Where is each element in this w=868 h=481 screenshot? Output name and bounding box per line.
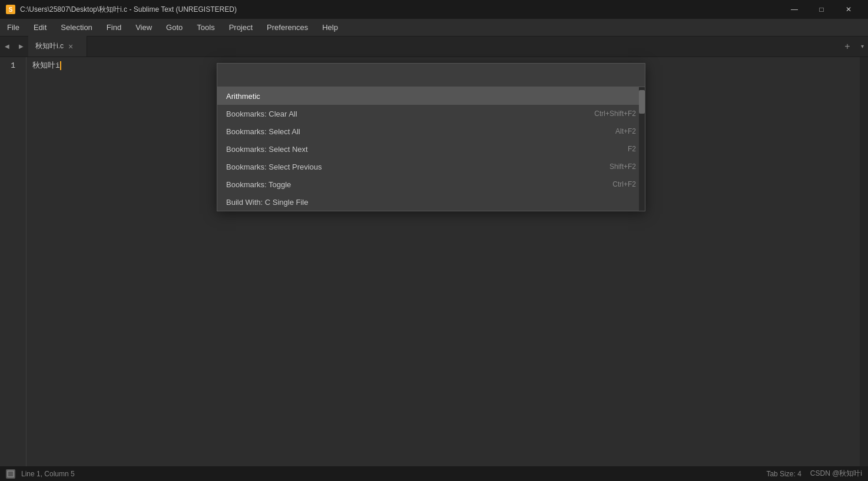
command-item-shortcut: Shift+F2 — [609, 162, 636, 171]
command-item-build-with[interactable]: Build With: C Single File — [217, 193, 645, 211]
line-number-1: 1 — [0, 60, 20, 72]
command-item-label: Build With: C Single File — [226, 198, 308, 207]
menu-edit[interactable]: Edit — [26, 19, 54, 36]
command-palette[interactable]: Arithmetic Bookmarks: Clear All Ctrl+Shi… — [217, 63, 645, 211]
command-item-arithmetic[interactable]: Arithmetic — [217, 87, 645, 105]
maximize-button[interactable]: □ — [808, 0, 835, 19]
command-item-label: Bookmarks: Toggle — [226, 180, 291, 189]
menu-tools[interactable]: Tools — [190, 19, 221, 36]
menu-find[interactable]: Find — [100, 19, 128, 36]
menu-file[interactable]: File — [0, 19, 26, 36]
tab-label: 秋知叶i.c — [35, 41, 64, 51]
code-text: 秋知叶i — [32, 61, 60, 70]
status-square-icon — [7, 470, 14, 477]
cursor — [60, 61, 61, 70]
command-item-label: Arithmetic — [226, 92, 260, 101]
tab-add-button[interactable]: + — [839, 36, 856, 57]
command-item-shortcut: Ctrl+F2 — [612, 180, 636, 188]
status-encoding: CSDN @秋知叶i — [810, 469, 862, 479]
command-list: Arithmetic Bookmarks: Clear All Ctrl+Shi… — [217, 87, 645, 211]
command-item-shortcut: Alt+F2 — [615, 127, 636, 135]
command-list-container: Arithmetic Bookmarks: Clear All Ctrl+Shi… — [217, 87, 645, 211]
dropdown-scrollbar-thumb — [639, 90, 645, 114]
status-tab-size: Tab Size: 4 — [766, 470, 801, 478]
command-item-bookmarks-select-next[interactable]: Bookmarks: Select Next F2 — [217, 140, 645, 158]
command-item-bookmarks-clear[interactable]: Bookmarks: Clear All Ctrl+Shift+F2 — [217, 105, 645, 122]
command-item-shortcut: Ctrl+Shift+F2 — [594, 110, 636, 118]
menu-project[interactable]: Project — [222, 19, 260, 36]
tab-dropdown-button[interactable]: ▾ — [856, 36, 868, 57]
tab-close-button[interactable]: × — [68, 42, 73, 51]
command-item-label: Bookmarks: Select Previous — [226, 162, 322, 171]
line-numbers: 1 — [0, 57, 26, 466]
statusbar-right: Tab Size: 4 CSDN @秋知叶i — [766, 469, 862, 479]
command-input-area[interactable] — [217, 64, 645, 87]
menu-goto[interactable]: Goto — [159, 19, 190, 36]
menu-help[interactable]: Help — [315, 19, 345, 36]
menu-preferences[interactable]: Preferences — [260, 19, 315, 36]
main-area: 1 秋知叶i Arithmetic Bookmarks: Clear All C… — [0, 57, 868, 466]
app-icon: S — [6, 5, 15, 14]
minimize-button[interactable]: — — [781, 0, 808, 19]
dropdown-scrollbar[interactable] — [639, 87, 645, 211]
tab-prev-button[interactable]: ◀ — [0, 36, 14, 57]
command-item-bookmarks-select-prev[interactable]: Bookmarks: Select Previous Shift+F2 — [217, 158, 645, 175]
command-item-bookmarks-select-all[interactable]: Bookmarks: Select All Alt+F2 — [217, 122, 645, 140]
status-position: Line 1, Column 5 — [21, 470, 75, 478]
menu-view[interactable]: View — [128, 19, 159, 36]
tab-active[interactable]: 秋知叶i.c × — [28, 36, 87, 57]
statusbar: Line 1, Column 5 Tab Size: 4 CSDN @秋知叶i — [0, 466, 868, 481]
editor-scrollbar[interactable] — [860, 57, 868, 466]
command-item-label: Bookmarks: Select Next — [226, 145, 308, 154]
window-controls: — □ ✕ — [781, 0, 862, 19]
close-button[interactable]: ✕ — [835, 0, 862, 19]
statusbar-left: Line 1, Column 5 — [6, 469, 75, 479]
window-title: C:\Users\25807\Desktop\秋知叶i.c - Sublime … — [20, 5, 781, 15]
tab-next-button[interactable]: ▶ — [14, 36, 28, 57]
svg-rect-0 — [8, 471, 14, 477]
titlebar: S C:\Users\25807\Desktop\秋知叶i.c - Sublim… — [0, 0, 868, 19]
menu-selection[interactable]: Selection — [54, 19, 99, 36]
command-item-bookmarks-toggle[interactable]: Bookmarks: Toggle Ctrl+F2 — [217, 175, 645, 193]
tabbar: ◀ ▶ 秋知叶i.c × + ▾ — [0, 37, 868, 57]
status-icon — [6, 469, 15, 479]
command-item-label: Bookmarks: Select All — [226, 127, 300, 136]
command-item-shortcut: F2 — [628, 145, 636, 153]
menubar: File Edit Selection Find View Goto Tools… — [0, 19, 868, 37]
command-item-label: Bookmarks: Clear All — [226, 110, 297, 118]
